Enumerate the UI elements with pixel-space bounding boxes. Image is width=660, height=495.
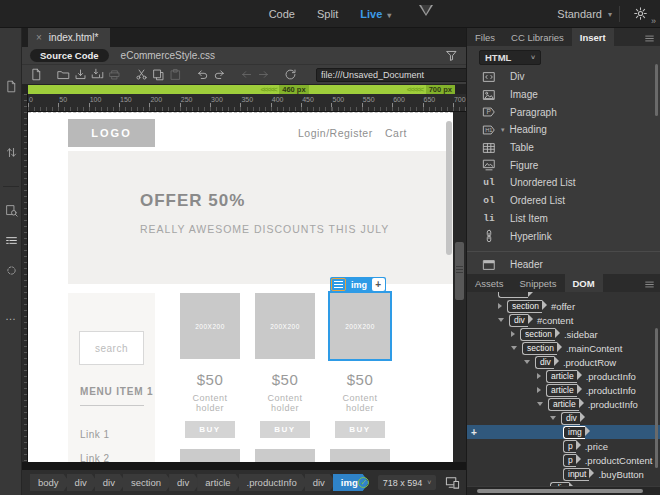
canvas-scrollbar[interactable] xyxy=(446,121,452,255)
tag-selector-body[interactable]: body xyxy=(30,474,70,491)
insert-item-paragraph[interactable]: PParagraph xyxy=(467,103,660,121)
design-search-input[interactable]: search xyxy=(79,331,144,365)
gear-icon[interactable] xyxy=(633,6,648,21)
device-preview-icon[interactable] xyxy=(445,475,460,490)
dom-node-section[interactable]: section.mainContent xyxy=(467,341,660,355)
inspect-icon[interactable] xyxy=(5,204,18,217)
breakpoint-460[interactable]: <<<<<460 px xyxy=(221,85,309,94)
hamburger-icon[interactable] xyxy=(644,279,655,290)
open-icon[interactable] xyxy=(57,68,70,81)
close-icon[interactable]: × xyxy=(36,32,42,43)
chevron-right-icon[interactable] xyxy=(498,303,502,309)
design-product-image[interactable]: 200X200 xyxy=(255,293,315,359)
design-buy-button[interactable]: BUY xyxy=(260,421,310,438)
copy-icon[interactable] xyxy=(152,68,165,81)
viewport-resize-handle[interactable] xyxy=(455,242,464,300)
dom-node-p[interactable]: p.productContent xyxy=(467,453,660,467)
chevron-down-icon[interactable]: ▾ xyxy=(387,11,391,20)
tag-selector-productinfo[interactable]: .productInfo xyxy=(239,474,308,491)
insert-item-heading[interactable]: H1▾Heading xyxy=(467,121,660,139)
related-file-stylesheet[interactable]: eCommerceStyle.css xyxy=(121,50,215,61)
cut-icon[interactable] xyxy=(135,68,148,81)
dom-node-img[interactable]: +img xyxy=(467,425,660,439)
tag-selector-section[interactable]: section xyxy=(123,474,172,491)
insert-category-dropdown[interactable]: HTML ˅ xyxy=(479,50,541,65)
chevron-down-icon[interactable] xyxy=(498,318,504,322)
lint-check-icon[interactable]: ✓ xyxy=(358,477,369,488)
chevron-right-icon[interactable] xyxy=(511,331,515,337)
more-icon[interactable]: … xyxy=(5,310,17,322)
dom-hscrollbar[interactable] xyxy=(477,489,643,493)
design-login-link[interactable]: Login/Register xyxy=(298,127,373,139)
design-logo[interactable]: LOGO xyxy=(68,119,155,147)
dom-node-section[interactable]: section.sidebar xyxy=(467,327,660,341)
design-sidebar-link[interactable]: Link 2 xyxy=(80,453,110,462)
view-mode-code[interactable]: Code xyxy=(269,8,295,20)
tab-cc-libraries[interactable]: CC Libraries xyxy=(503,28,572,46)
design-buy-button[interactable]: BUY xyxy=(335,421,385,438)
add-element-icon[interactable]: + xyxy=(372,278,385,291)
tag-selector-div[interactable]: div xyxy=(95,474,126,491)
design-sidebar-link[interactable]: Link 1 xyxy=(80,429,110,440)
dom-node[interactable] xyxy=(467,292,660,299)
insert-item-div[interactable]: Div xyxy=(467,68,660,86)
funnel-icon[interactable] xyxy=(445,49,458,62)
dom-node-section[interactable]: section#offer xyxy=(467,299,660,313)
insert-item-header[interactable]: Header xyxy=(467,256,660,274)
insert-item-table[interactable]: Table xyxy=(467,139,660,157)
dom-node-div[interactable]: div.productRow xyxy=(467,355,660,369)
chevron-down-icon[interactable] xyxy=(511,346,517,350)
tab-snippets[interactable]: Snippets xyxy=(512,274,565,292)
device-preview-icon[interactable] xyxy=(445,475,460,490)
refresh-icon[interactable] xyxy=(284,68,297,81)
chevron-right-icon[interactable] xyxy=(537,373,541,379)
design-cart-link[interactable]: Cart xyxy=(385,127,407,139)
swap-arrows-icon[interactable] xyxy=(5,146,18,159)
design-product-image[interactable]: 200X200 xyxy=(330,293,390,359)
insert-item-unordered-list[interactable]: ulUnordered List xyxy=(467,174,660,192)
related-file-source-code[interactable]: Source Code xyxy=(30,49,109,62)
tag-selector-div[interactable]: div xyxy=(67,474,98,491)
element-menu-icon[interactable] xyxy=(331,278,346,291)
chevron-down-icon[interactable] xyxy=(524,360,530,364)
tag-selector-div[interactable]: div xyxy=(305,474,336,491)
dom-node-p[interactable]: p.price xyxy=(467,439,660,453)
save-all-icon[interactable] xyxy=(91,68,104,81)
dom-node-input[interactable]: input.buyButton xyxy=(467,467,660,481)
target-icon[interactable] xyxy=(5,264,18,277)
document-tab[interactable]: × index.html* xyxy=(28,28,110,47)
document-icon[interactable] xyxy=(5,80,18,93)
dom-node-article[interactable]: article.productInfo xyxy=(467,369,660,383)
tab-assets[interactable]: Assets xyxy=(467,274,512,292)
breakpoint-700[interactable]: <<<<<700 px xyxy=(367,85,455,94)
hamburger-icon[interactable] xyxy=(644,33,655,44)
chevron-down-icon[interactable] xyxy=(550,416,556,420)
address-field[interactable]: file:///Unsaved_Document ˅ xyxy=(316,68,476,82)
dom-node-div[interactable]: div#content xyxy=(467,313,660,327)
view-mode-split[interactable]: Split xyxy=(317,8,338,20)
save-icon[interactable] xyxy=(74,68,87,81)
dom-node-div[interactable]: div xyxy=(467,411,660,425)
insert-item-figure[interactable]: Figure xyxy=(467,156,660,174)
collapse-panels-icon[interactable]: » xyxy=(651,16,655,26)
plus-icon[interactable]: + xyxy=(471,427,477,438)
tag-selector-div[interactable]: div xyxy=(169,474,200,491)
panel-menu-icon[interactable] xyxy=(644,279,655,290)
dom-node-article[interactable]: article.productInfo xyxy=(467,397,660,411)
design-product-image[interactable]: 200X200 xyxy=(180,293,240,359)
tag-selector-article[interactable]: article xyxy=(197,474,241,491)
settings-gear-icon[interactable] xyxy=(633,6,648,21)
insert-item-ordered-list[interactable]: olOrdered List xyxy=(467,192,660,210)
filter-funnel-icon[interactable] xyxy=(445,49,458,62)
workspace-switcher[interactable]: Standard ▾ xyxy=(557,0,612,28)
tab-insert[interactable]: Insert xyxy=(572,28,614,46)
chevron-down-icon[interactable] xyxy=(537,402,543,406)
media-query-bar[interactable]: <<<<<460 px<<<<<700 px xyxy=(28,85,455,94)
viewport-size-dropdown[interactable]: 718 x 594 ˅ xyxy=(378,475,436,490)
new-doc-icon[interactable] xyxy=(30,68,43,81)
redo-icon[interactable] xyxy=(213,68,226,81)
tab-files[interactable]: Files xyxy=(467,28,503,46)
dom-node-article[interactable]: article.productInfo xyxy=(467,383,660,397)
insert-scrollbar[interactable] xyxy=(655,64,658,116)
panel-menu-icon[interactable] xyxy=(644,33,655,44)
